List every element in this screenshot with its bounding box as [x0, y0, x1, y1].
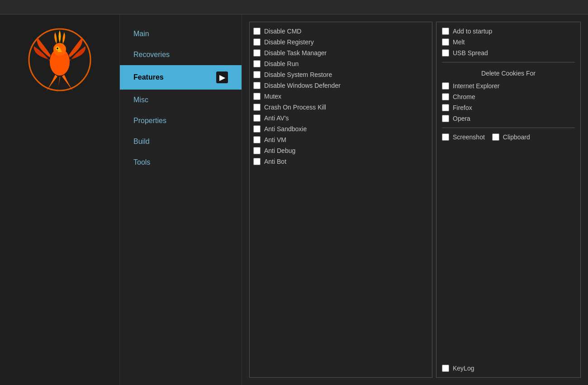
- feature-label: Disable Run: [264, 60, 299, 67]
- nav-item-label-misc: Misc: [133, 96, 148, 104]
- bottom-checkbox-row: Screenshot: [442, 133, 485, 141]
- browser-label: Internet Explorer: [453, 82, 500, 90]
- nav-item-build[interactable]: Build: [120, 131, 242, 152]
- spacer: [442, 144, 575, 361]
- feature-checkbox-row: Disable Task Manager: [253, 49, 428, 57]
- maximize-button[interactable]: [559, 2, 572, 12]
- feature-label: Anti Sandboxie: [264, 125, 307, 133]
- sidebar: [0, 14, 120, 385]
- feature-label: Anti Bot: [264, 158, 286, 165]
- feature-label: Anti Debug: [264, 147, 295, 154]
- browser-checkbox-row: Opera: [442, 115, 575, 122]
- right-feature-row: Add to startup: [442, 28, 575, 35]
- feature-checkbox-disable-run[interactable]: [253, 60, 261, 67]
- feature-checkbox-disable-registery[interactable]: [253, 38, 261, 46]
- browser-label: Chrome: [453, 93, 475, 100]
- nav-item-label-recoveries: Recoveries: [133, 51, 170, 59]
- feature-checkbox-anti-vm[interactable]: [253, 136, 261, 143]
- nav-item-label-build: Build: [133, 138, 150, 146]
- feature-checkbox-row: Anti AV's: [253, 114, 428, 122]
- feature-checkbox-mutex[interactable]: [253, 93, 261, 100]
- logo-container: [24, 24, 96, 96]
- app-container: MainRecoveriesFeatures▶MiscPropertiesBui…: [0, 14, 588, 385]
- feature-checkbox-disable-windows-defender[interactable]: [253, 82, 261, 89]
- feature-checkbox-row: Anti Sandboxie: [253, 125, 428, 133]
- feature-label: Disable Task Manager: [264, 49, 327, 57]
- feature-checkbox-disable-task-manager[interactable]: [253, 49, 261, 57]
- delete-cookies-label: Delete Cookies For: [442, 68, 575, 79]
- feature-checkbox-crash-on-process-kill[interactable]: [253, 104, 261, 111]
- feature-checkbox-row: Anti Bot: [253, 158, 428, 165]
- feature-checkbox-anti-debug[interactable]: [253, 147, 261, 154]
- nav-item-label-tools: Tools: [133, 158, 150, 166]
- feature-checkbox-anti-sandboxie[interactable]: [253, 125, 261, 133]
- browser-checkbox-firefox[interactable]: [442, 104, 449, 111]
- feature-checkbox-row: Mutex: [253, 93, 428, 100]
- keylog-checkbox[interactable]: [442, 365, 449, 372]
- browser-checkbox-internet-explorer[interactable]: [442, 82, 449, 90]
- features-panel: Disable CMDDisable RegisteryDisable Task…: [242, 14, 588, 385]
- user-info: [5, 112, 115, 118]
- title-bar: [0, 0, 588, 14]
- right-checkbox-melt[interactable]: [442, 38, 449, 46]
- feature-checkbox-anti-av's[interactable]: [253, 114, 261, 122]
- nav-item-properties[interactable]: Properties: [120, 110, 242, 131]
- feature-checkbox-row: Crash On Process Kill: [253, 104, 428, 111]
- nav-item-features[interactable]: Features▶: [120, 65, 242, 90]
- checkbox-screenshot[interactable]: [442, 133, 449, 141]
- feature-checkbox-row: Disable Registery: [253, 38, 428, 46]
- feature-checkbox-row: Disable System Restore: [253, 71, 428, 78]
- feature-checkbox-disable-system-restore[interactable]: [253, 71, 261, 78]
- bottom-label-screenshot: Screenshot: [453, 133, 485, 141]
- nav-item-label-features: Features: [133, 73, 164, 81]
- svg-point-5: [57, 48, 58, 49]
- feature-label: Anti VM: [264, 136, 286, 143]
- feature-label: Disable CMD: [264, 28, 301, 35]
- section-divider-2: [442, 128, 575, 128]
- feature-checkbox-row: Disable Run: [253, 60, 428, 67]
- browser-checkbox-opera[interactable]: [442, 115, 449, 122]
- feature-checkbox-row: Disable CMD: [253, 28, 428, 35]
- feature-checkbox-row: Disable Windows Defender: [253, 82, 428, 89]
- nav-item-tools[interactable]: Tools: [120, 152, 242, 173]
- feature-label: Disable Registery: [264, 38, 314, 46]
- feature-label: Anti AV's: [264, 114, 289, 122]
- right-feature-label: Add to startup: [453, 28, 492, 35]
- nav-item-misc[interactable]: Misc: [120, 90, 242, 110]
- right-feature-row: Melt: [442, 38, 575, 46]
- right-feature-row: USB Spread: [442, 49, 575, 57]
- browser-label: Opera: [453, 115, 470, 122]
- feature-label: Crash On Process Kill: [264, 104, 326, 111]
- nav-arrow-icon: ▶: [216, 71, 228, 83]
- feature-checkbox-anti-bot[interactable]: [253, 158, 261, 165]
- feature-checkbox-row: Anti Debug: [253, 147, 428, 154]
- bottom-checkbox-row: Clipboard: [492, 133, 530, 141]
- close-button[interactable]: [572, 2, 584, 12]
- right-checkbox-usb-spread[interactable]: [442, 49, 449, 57]
- feature-label: Mutex: [264, 93, 281, 100]
- right-checkbox-add-to-startup[interactable]: [442, 28, 449, 35]
- browser-checkbox-row: Internet Explorer: [442, 82, 575, 90]
- section-divider: [442, 62, 575, 62]
- right-features-panel: Add to startupMeltUSB SpreadDelete Cooki…: [436, 22, 581, 378]
- nav-item-label-main: Main: [133, 30, 149, 38]
- logo-icon: [26, 26, 94, 94]
- nav-item-label-properties: Properties: [133, 117, 166, 125]
- keylog-label: KeyLog: [453, 365, 474, 372]
- feature-label: Disable Windows Defender: [264, 82, 341, 89]
- right-feature-label: Melt: [453, 38, 465, 46]
- keylog-row: KeyLog: [442, 365, 575, 372]
- nav-menu: MainRecoveriesFeatures▶MiscPropertiesBui…: [120, 14, 242, 385]
- feature-label: Disable System Restore: [264, 71, 332, 78]
- bottom-label-clipboard: Clipboard: [503, 133, 530, 141]
- feature-checkbox-disable-cmd[interactable]: [253, 28, 261, 35]
- minimize-button[interactable]: [546, 2, 559, 12]
- browser-checkbox-chrome[interactable]: [442, 93, 449, 100]
- nav-item-main[interactable]: Main: [120, 24, 242, 44]
- main-content: MainRecoveriesFeatures▶MiscPropertiesBui…: [120, 14, 588, 385]
- nav-item-recoveries[interactable]: Recoveries: [120, 44, 242, 65]
- checkbox-clipboard[interactable]: [492, 133, 499, 141]
- bottom-checkboxes-row: ScreenshotClipboard: [442, 133, 575, 141]
- feature-checkbox-row: Anti VM: [253, 136, 428, 143]
- left-features-box: Disable CMDDisable RegisteryDisable Task…: [249, 22, 432, 378]
